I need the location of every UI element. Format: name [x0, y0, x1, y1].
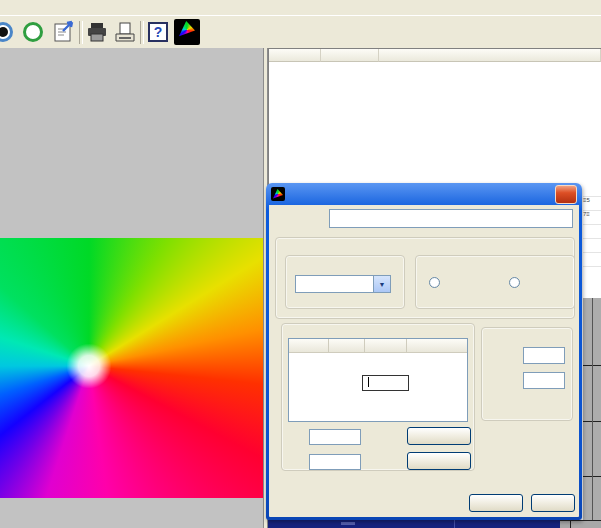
cancel-button[interactable] — [531, 494, 575, 512]
vertex-col-x[interactable] — [329, 339, 365, 353]
light-source-value — [296, 276, 373, 292]
menu-bar — [0, 0, 596, 15]
vertex-edit-input[interactable] — [362, 375, 409, 391]
toolbar: ? — [0, 15, 601, 49]
lower-limit-input[interactable] — [523, 347, 565, 364]
delete-vertex-button[interactable] — [407, 452, 471, 470]
x-input[interactable] — [309, 429, 361, 445]
chromaticity-chart-overlay[interactable] — [0, 48, 263, 528]
close-icon[interactable] — [555, 185, 577, 204]
standard-name-input[interactable] — [329, 209, 573, 228]
selected-row-fragment — [268, 520, 560, 528]
menu-report[interactable] — [27, 7, 43, 9]
report-icon[interactable] — [51, 19, 77, 45]
column-header-standard[interactable] — [269, 49, 321, 62]
observer-10deg-radio[interactable] — [509, 277, 524, 288]
column-header-coords[interactable] — [379, 49, 601, 62]
vertex-col-y[interactable] — [365, 339, 407, 353]
column-header-name[interactable] — [321, 49, 379, 62]
ok-button[interactable] — [469, 494, 523, 512]
menu-window[interactable] — [11, 7, 27, 9]
dialog-icon — [271, 187, 285, 201]
upper-limit-input[interactable] — [523, 372, 565, 389]
add-vertex-button[interactable] — [407, 427, 471, 445]
background-grid-fragment — [583, 298, 601, 528]
print-icon[interactable] — [84, 19, 110, 45]
help-icon[interactable]: ? — [145, 19, 171, 45]
light-source-select[interactable]: ▼ — [295, 275, 391, 293]
menu-help[interactable] — [43, 7, 59, 9]
background-table-fragment: ≡5 7≡ — [583, 183, 601, 298]
observer-2deg-radio[interactable] — [429, 277, 444, 288]
y-input[interactable] — [309, 454, 361, 470]
standard-measure-icon[interactable] — [0, 19, 16, 45]
vertex-col-index[interactable] — [289, 339, 329, 353]
toolbar-separator — [140, 21, 144, 44]
app-window: ? ≡5 7≡ — [0, 0, 601, 528]
background-corner-fragment — [560, 520, 601, 528]
vertex-col-empty — [407, 339, 467, 353]
standards-table-header — [269, 49, 601, 62]
dialog-titlebar[interactable] — [269, 183, 579, 205]
standard-edit-dialog: ▼ — [266, 183, 582, 520]
toolbar-separator — [79, 21, 83, 44]
menu-instrument[interactable] — [0, 7, 11, 9]
sqct-logo-icon[interactable] — [174, 19, 200, 45]
print-output-icon[interactable] — [112, 19, 138, 45]
sample-measure-icon[interactable] — [20, 19, 46, 45]
chart-panel — [0, 48, 263, 528]
chevron-down-icon[interactable]: ▼ — [373, 276, 390, 292]
